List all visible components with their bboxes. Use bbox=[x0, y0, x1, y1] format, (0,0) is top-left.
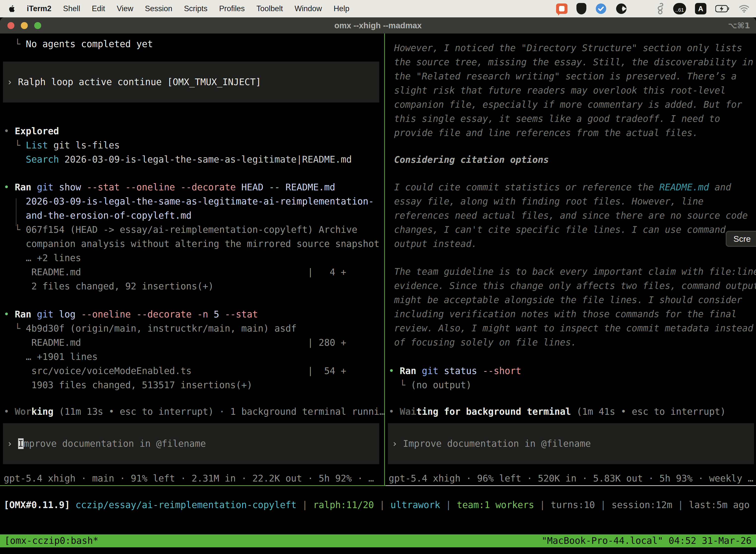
prompt-input-left[interactable]: › Improve documentation in @filename bbox=[3, 423, 379, 464]
menu-item-help[interactable]: Help bbox=[334, 4, 350, 13]
chat-app-icon[interactable] bbox=[556, 3, 567, 14]
model-status-left: gpt-5.4 xhigh · main · 91% left · 2.31M … bbox=[4, 472, 384, 485]
git-show-command: • Ran git show --stat --oneline --decora… bbox=[4, 180, 384, 293]
window-shortcut-badge: ⌥⌘1 bbox=[728, 21, 750, 30]
tmux-window-label[interactable]: [omx-cczip0:bash* bbox=[4, 535, 99, 547]
working-status: • Working (11m 13s • esc to interrupt) ·… bbox=[4, 404, 384, 419]
text-cursor: I bbox=[18, 438, 23, 449]
tmux-host-label: "MacBook-Pro-44.local" 04:52 31-Mar-26 bbox=[542, 535, 752, 547]
title-bar[interactable]: omx --xhigh --madmax ⌥⌘1 bbox=[0, 17, 756, 34]
right-pane-border bbox=[386, 485, 756, 486]
waiting-status: • Waiting for background terminal (1m 41… bbox=[389, 404, 756, 419]
iterm-window: omx --xhigh --madmax ⌥⌘1 └ No agents com… bbox=[0, 17, 756, 554]
menu-bar: iTerm2 Shell Edit View Session Scripts P… bbox=[0, 0, 756, 17]
reasoning-heading: Considering citation options bbox=[389, 153, 756, 167]
terminal-content: └ No agents completed yet › Ralph loop a… bbox=[0, 34, 756, 485]
inject-banner: › Ralph loop active continue [OMX_TMUX_I… bbox=[3, 62, 379, 103]
model-status-right: gpt-5.4 xhigh · 96% left · 520K in · 5.8… bbox=[389, 472, 756, 485]
right-pane[interactable]: However, I noticed the "Directory Struct… bbox=[385, 34, 756, 485]
tmux-status-bar: [omx-cczip0:bash* "MacBook-Pro-44.local"… bbox=[0, 535, 756, 547]
git-status-command: • Ran git status --short └ (no output) bbox=[389, 364, 756, 392]
left-pane-border bbox=[0, 485, 386, 486]
apple-menu-icon[interactable] bbox=[8, 5, 15, 13]
menu-item-view[interactable]: View bbox=[117, 4, 133, 13]
reasoning-paragraph-2: I could cite commit statistics or refere… bbox=[389, 180, 756, 251]
input-source-icon[interactable]: A bbox=[695, 3, 706, 14]
verified-badge-icon[interactable] bbox=[595, 3, 607, 14]
omx-status-line: [OMX#0.11.9] cczip/essay/ai-reimplementa… bbox=[0, 486, 756, 535]
dots-grid-icon[interactable] bbox=[636, 3, 646, 14]
password-manager-icon[interactable] bbox=[576, 3, 586, 14]
menu-item-shell[interactable]: Shell bbox=[63, 4, 80, 13]
prompt-input-right[interactable]: › Improve documentation in @filename bbox=[388, 423, 754, 464]
prompt-chevron-icon: › bbox=[7, 438, 18, 449]
window-bottom-edge bbox=[0, 547, 756, 554]
window-title: omx --xhigh --madmax bbox=[0, 21, 756, 30]
menu-item-iterm2[interactable]: iTerm2 bbox=[27, 4, 51, 13]
menu-item-edit[interactable]: Edit bbox=[92, 4, 105, 13]
menu-item-profiles[interactable]: Profiles bbox=[219, 4, 245, 13]
prompt-placeholder: Improve documentation in @filename bbox=[403, 438, 591, 449]
reasoning-paragraph-1: However, I noticed the "Directory Struct… bbox=[389, 41, 756, 140]
prompt-chevron-icon: › bbox=[392, 438, 403, 449]
battery-icon[interactable] bbox=[715, 5, 730, 12]
screen-share-button[interactable]: Scre bbox=[726, 231, 756, 247]
explored-section: • Explored └ List git ls-files Search 20… bbox=[4, 124, 384, 167]
left-pane[interactable]: └ No agents completed yet › Ralph loop a… bbox=[0, 34, 385, 485]
reasoning-paragraph-3: The team guideline is to back every impo… bbox=[389, 265, 756, 349]
menu-item-session[interactable]: Session bbox=[145, 4, 172, 13]
menu-item-window[interactable]: Window bbox=[295, 4, 322, 13]
recorder-icon[interactable] bbox=[616, 3, 627, 14]
pane-bottom-borders bbox=[0, 485, 756, 486]
menu-item-scripts[interactable]: Scripts bbox=[184, 4, 208, 13]
wifi-icon[interactable] bbox=[739, 5, 750, 13]
hook-icon[interactable] bbox=[655, 3, 664, 15]
tree-connector-line bbox=[16, 198, 16, 226]
git-log-command: • Ran git log --oneline --decorate -n 5 … bbox=[4, 307, 384, 392]
menu-item-toolbelt[interactable]: Toolbelt bbox=[256, 4, 283, 13]
usage-badge[interactable]: ..61 bbox=[673, 3, 686, 14]
agents-note: └ No agents completed yet bbox=[4, 37, 384, 51]
prompt-placeholder: mprove documentation in @filename bbox=[23, 438, 206, 449]
